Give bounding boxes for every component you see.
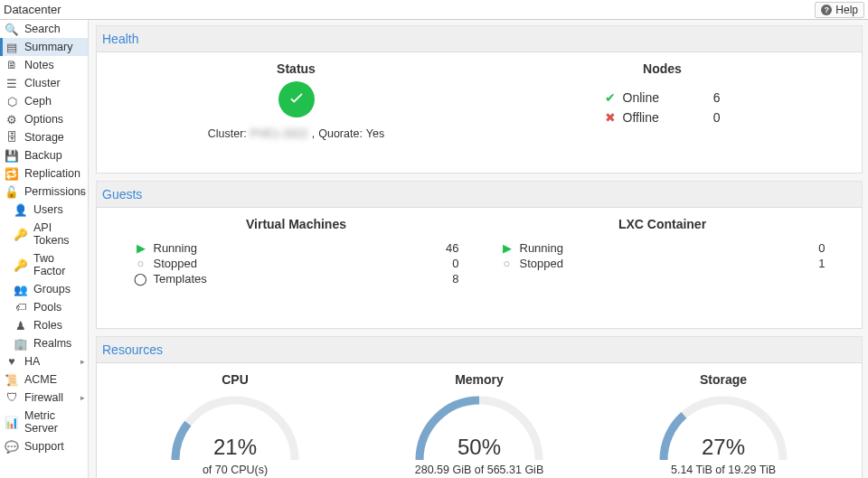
mem-title: Memory <box>357 372 601 387</box>
sidebar-item-realms[interactable]: 🏢Realms <box>0 334 88 352</box>
health-panel: Status Cluster: PVE1-2022, Quorate: Yes … <box>96 52 863 173</box>
quorate-label: Quorate: <box>318 127 363 140</box>
sidebar-item-search[interactable]: 🔍Search <box>0 20 88 38</box>
sidebar-item-notes[interactable]: 🗎Notes <box>0 56 88 74</box>
mem-sub: 280.59 GiB of 565.31 GiB <box>357 464 601 476</box>
sidebar-item-backup[interactable]: 💾Backup <box>0 146 88 164</box>
vm-templates-label: Templates <box>154 272 453 286</box>
sidebar-item-support[interactable]: 💬Support <box>0 437 88 455</box>
section-health: Health <box>96 25 863 52</box>
chart-icon: 📊 <box>5 416 18 428</box>
status-ok-icon <box>278 81 315 117</box>
cpu-sub: of 70 CPU(s) <box>113 464 357 476</box>
sidebar-item-label: Support <box>24 440 64 453</box>
sidebar-item-label: Search <box>24 23 61 35</box>
sidebar-item-ha[interactable]: ♥HA▸ <box>0 352 88 370</box>
help-button[interactable]: ? Help <box>815 2 864 18</box>
sidebar-item-label: Two Factor <box>33 252 82 277</box>
cpu-gauge: 21% <box>167 392 303 460</box>
sidebar-item-label: ACME <box>24 373 57 386</box>
mem-gauge: 50% <box>411 392 547 460</box>
sidebar-item-label: Replication <box>24 167 80 180</box>
template-icon: ◯ <box>134 272 148 286</box>
sidebar-item-label: Permissions <box>24 185 86 198</box>
cluster-icon: ☰ <box>5 77 18 89</box>
stop-icon: ○ <box>500 257 514 270</box>
mem-percent: 50% <box>411 435 547 460</box>
storage-icon: 🗄 <box>5 131 18 144</box>
sidebar-item-firewall[interactable]: 🛡Firewall▸ <box>0 389 88 407</box>
vm-running-count: 46 <box>446 241 458 255</box>
realm-icon: 🏢 <box>14 337 27 350</box>
breadcrumb: Datacenter <box>4 3 61 16</box>
sidebar-item-ceph[interactable]: ⬡Ceph <box>0 92 88 110</box>
cluster-label: Cluster: <box>208 127 247 140</box>
sidebar-item-label: API Tokens <box>33 221 82 247</box>
sidebar-item-permissions[interactable]: 🔓Permissions▸ <box>0 183 88 201</box>
storage-gauge: 27% <box>656 392 791 460</box>
vm-templates-count: 8 <box>452 272 458 286</box>
users-icon: 👥 <box>14 283 27 295</box>
floppy-icon: 💾 <box>5 149 18 162</box>
key-icon: 🔑 <box>14 258 27 271</box>
sidebar-item-metricserver[interactable]: 📊Metric Server <box>0 407 88 437</box>
check-icon: ✔ <box>605 90 616 105</box>
x-icon: ✖ <box>605 110 616 125</box>
cluster-name: PVE1-2022 <box>250 127 308 140</box>
section-guests: Guests <box>96 181 863 207</box>
key-icon: 🔑 <box>14 228 27 240</box>
tags-icon: 🏷 <box>14 301 27 314</box>
play-icon: ▶ <box>134 241 148 255</box>
chevron-right-icon: ▸ <box>80 393 85 402</box>
nodes-title: Nodes <box>479 61 845 76</box>
sync-icon: 🔁 <box>5 167 18 180</box>
cert-icon: 📜 <box>5 373 18 386</box>
sidebar-item-label: Backup <box>24 149 62 162</box>
vm-stopped-label: Stopped <box>154 257 453 270</box>
vm-stopped-count: 0 <box>452 257 458 270</box>
section-resources: Resources <box>96 336 863 362</box>
sidebar-item-label: Groups <box>33 283 71 295</box>
sidebar-item-label: Pools <box>33 301 61 314</box>
offline-count: 0 <box>684 110 721 125</box>
sidebar-item-cluster[interactable]: ☰Cluster <box>0 74 88 92</box>
sidebar-item-label: Firewall <box>24 391 63 404</box>
sidebar-item-apitokens[interactable]: 🔑API Tokens <box>0 219 88 249</box>
content: Health Status Cluster: PVE1-2022, Quorat… <box>89 20 868 478</box>
help-icon: ? <box>821 5 832 15</box>
sidebar-item-label: Storage <box>24 131 64 144</box>
play-icon: ▶ <box>500 241 514 255</box>
quorate-value: Yes <box>366 127 384 140</box>
ct-stopped-count: 1 <box>818 257 825 270</box>
sidebar-item-options[interactable]: ⚙Options <box>0 110 88 128</box>
storage-percent: 27% <box>656 435 791 460</box>
status-title: Status <box>113 61 479 76</box>
book-icon: ▤ <box>5 41 18 53</box>
ct-running-count: 0 <box>818 241 825 255</box>
stop-icon: ○ <box>134 257 148 270</box>
sidebar-item-acme[interactable]: 📜ACME <box>0 370 88 389</box>
guests-panel: Virtual Machines ▶ Running 46 ○ Stopped … <box>96 207 863 329</box>
search-icon: 🔍 <box>5 23 18 35</box>
ceph-icon: ⬡ <box>5 95 18 108</box>
vm-title: Virtual Machines <box>113 217 479 231</box>
lock-icon: 🔓 <box>5 185 18 198</box>
sidebar-item-twofactor[interactable]: 🔑Two Factor <box>0 249 88 280</box>
sidebar-item-label: HA <box>24 355 40 368</box>
sidebar-item-replication[interactable]: 🔁Replication <box>0 164 88 183</box>
sidebar-item-users[interactable]: 👤Users <box>0 201 88 219</box>
sidebar-item-label: Summary <box>24 41 72 53</box>
sidebar-item-label: Realms <box>33 337 71 350</box>
ct-title: LXC Container <box>479 217 845 231</box>
sidebar-item-roles[interactable]: ♟Roles <box>0 316 88 334</box>
sidebar-item-pools[interactable]: 🏷Pools <box>0 298 88 316</box>
sidebar: 🔍Search▤Summary🗎Notes☰Cluster⬡Ceph⚙Optio… <box>0 20 89 478</box>
heart-icon: ♥ <box>5 355 18 368</box>
sidebar-item-storage[interactable]: 🗄Storage <box>0 128 88 146</box>
sidebar-item-summary[interactable]: ▤Summary <box>0 38 88 56</box>
sidebar-item-groups[interactable]: 👥Groups <box>0 280 88 298</box>
comment-icon: 💬 <box>5 440 18 453</box>
cpu-title: CPU <box>113 372 357 387</box>
sidebar-item-label: Roles <box>33 319 62 332</box>
online-count: 6 <box>684 90 721 105</box>
